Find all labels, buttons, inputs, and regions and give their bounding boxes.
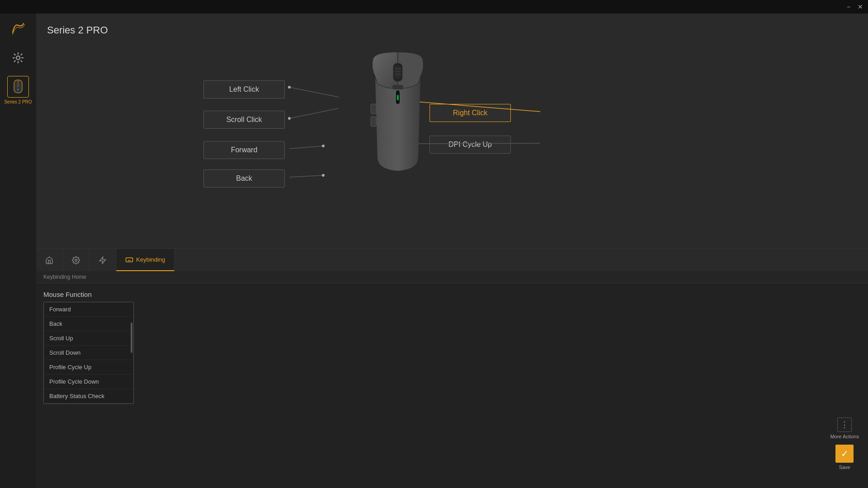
svg-point-10: [322, 145, 325, 147]
svg-point-4: [17, 89, 19, 90]
back-button[interactable]: Back: [203, 169, 285, 188]
svg-line-5: [289, 87, 339, 97]
sidebar: Series 2 PRO: [0, 14, 36, 488]
left-click-button[interactable]: Left Click: [203, 80, 285, 99]
save-label: Save: [839, 465, 850, 470]
save-button[interactable]: ✓ Save: [835, 445, 854, 470]
svg-rect-18: [395, 66, 401, 79]
tab-lightning[interactable]: [90, 249, 116, 271]
svg-point-8: [288, 117, 291, 120]
function-item-profile-cycle-down[interactable]: Profile Cycle Down: [44, 375, 133, 389]
scrollbar[interactable]: [131, 323, 132, 353]
device-icon: [7, 76, 29, 98]
app-container: Series 2 PRO Left Click Scroll Click For…: [36, 14, 868, 488]
mouse-graphic: [362, 50, 434, 178]
svg-rect-29: [126, 258, 133, 262]
svg-point-12: [322, 174, 325, 177]
scroll-click-button[interactable]: Scroll Click: [203, 111, 285, 129]
breadcrumb: Keybinding Home: [36, 271, 868, 283]
mouse-function-label: Mouse Function: [43, 291, 134, 298]
mouse-function-section: Mouse Function Forward Back Scroll Up Sc…: [36, 283, 868, 411]
svg-line-7: [289, 108, 338, 118]
function-item-scroll-up[interactable]: Scroll Up: [44, 331, 133, 346]
more-actions-label: More Actions: [830, 434, 859, 439]
minimize-button[interactable]: −: [844, 3, 853, 11]
function-item-profile-cycle-up[interactable]: Profile Cycle Up: [44, 360, 133, 375]
actions-area: ⋮ More Actions ✓ Save: [830, 418, 859, 470]
top-section: Series 2 PRO Left Click Scroll Click For…: [36, 14, 868, 249]
more-actions-button[interactable]: ⋮ More Actions: [830, 418, 859, 439]
tab-settings[interactable]: [63, 249, 90, 271]
mouse-function-panel: Mouse Function Forward Back Scroll Up Sc…: [43, 291, 134, 404]
device-label: Series 2 PRO: [4, 99, 32, 105]
tab-keybinding-label: Keybinding: [136, 256, 165, 263]
sidebar-device[interactable]: Series 2 PRO: [4, 76, 32, 105]
svg-point-0: [16, 56, 20, 60]
svg-line-11: [289, 175, 323, 177]
tab-bar: Keybinding: [36, 249, 868, 271]
forward-button[interactable]: Forward: [203, 141, 285, 159]
title-bar: − ✕: [0, 0, 868, 14]
save-icon: ✓: [835, 445, 854, 463]
function-list: Forward Back Scroll Up Scroll Down Profi…: [43, 302, 134, 404]
svg-rect-3: [17, 84, 19, 88]
bottom-section: Keybinding Keybinding Home Mouse Functio…: [36, 249, 868, 488]
close-button[interactable]: ✕: [856, 3, 864, 11]
tab-home[interactable]: [36, 249, 63, 271]
function-item-battery-status[interactable]: Battery Status Check: [44, 389, 133, 404]
svg-point-6: [288, 86, 291, 89]
svg-rect-25: [371, 104, 376, 114]
dpi-cycle-up-button[interactable]: DPI Cycle Up: [429, 136, 511, 154]
svg-rect-26: [371, 117, 376, 127]
svg-rect-24: [397, 95, 399, 100]
svg-line-9: [289, 146, 323, 149]
tab-keybinding[interactable]: Keybinding: [116, 249, 175, 271]
connector-lines: [36, 14, 868, 249]
svg-point-27: [75, 259, 77, 261]
right-click-button[interactable]: Right Click: [429, 104, 511, 122]
sidebar-settings[interactable]: [7, 47, 29, 69]
more-actions-icon: ⋮: [837, 418, 852, 432]
function-item-back[interactable]: Back: [44, 317, 133, 331]
sidebar-logo[interactable]: [7, 18, 29, 40]
function-item-forward[interactable]: Forward: [44, 302, 133, 317]
svg-rect-22: [392, 85, 403, 89]
svg-marker-28: [99, 257, 106, 263]
mouse-area: Left Click Scroll Click Forward Back Rig…: [36, 14, 868, 249]
function-item-scroll-down[interactable]: Scroll Down: [44, 346, 133, 360]
